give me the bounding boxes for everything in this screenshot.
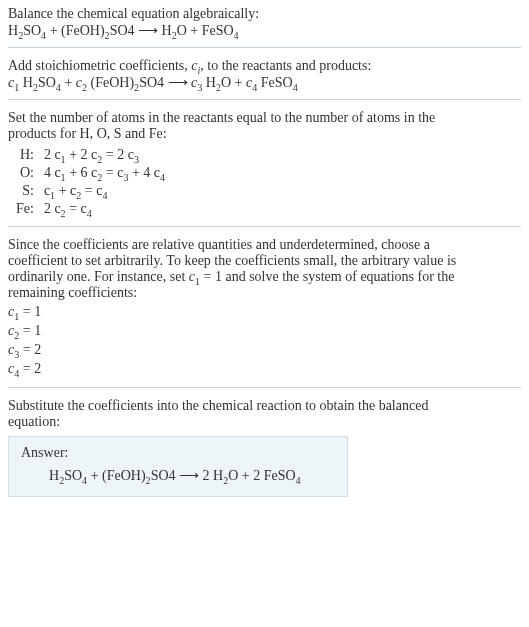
h2o: H bbox=[202, 75, 216, 90]
v: = 2 bbox=[19, 342, 41, 357]
t: ordinarily one. For instance, set bbox=[8, 269, 189, 284]
s: 4 bbox=[160, 172, 165, 183]
o-plus: O + bbox=[221, 75, 246, 90]
el-label: H: bbox=[12, 146, 40, 164]
t: = c bbox=[102, 165, 123, 180]
subst-l1: Substitute the coefficients into the che… bbox=[8, 398, 521, 414]
f-h: H bbox=[8, 23, 18, 38]
t: + c bbox=[55, 183, 76, 198]
t: = 2 c bbox=[102, 147, 134, 162]
divider bbox=[8, 387, 521, 388]
list-item: c4 = 2 bbox=[8, 360, 521, 379]
t: + 4 c bbox=[128, 165, 160, 180]
add-coeff-text: Add stoichiometric coefficients, ci, to … bbox=[8, 58, 521, 74]
el-label: Fe: bbox=[12, 200, 40, 218]
intro-line: Balance the chemical equation algebraica… bbox=[8, 6, 521, 22]
t: + 2 c bbox=[66, 147, 98, 162]
s: 3 bbox=[134, 154, 139, 165]
f-so: SO bbox=[23, 23, 41, 38]
table-row: H: 2 c1 + 2 c2 = 2 c3 bbox=[12, 146, 171, 164]
divider bbox=[8, 47, 521, 48]
feso4: FeSO bbox=[257, 75, 292, 90]
underdet-l2: coefficient to set arbitrarily. To keep … bbox=[8, 253, 521, 269]
so4: SO bbox=[38, 75, 56, 90]
t: 2 c bbox=[44, 201, 61, 216]
s: 4 bbox=[296, 474, 301, 485]
answer-title: Answer: bbox=[21, 445, 335, 461]
subst-l2: equation: bbox=[8, 414, 521, 430]
t: = c bbox=[66, 201, 87, 216]
underdet-l1: Since the coefficients are relative quan… bbox=[8, 237, 521, 253]
table-row: Fe: 2 c2 = c4 bbox=[12, 200, 171, 218]
t: = c bbox=[81, 183, 102, 198]
t: + (FeOH) bbox=[87, 468, 145, 483]
v: = 1 bbox=[19, 323, 41, 338]
f-plus: + (FeOH) bbox=[46, 23, 104, 38]
t: SO4 ⟶ 2 H bbox=[151, 468, 224, 483]
v: = 2 bbox=[19, 361, 41, 376]
list-item: c1 = 1 bbox=[8, 303, 521, 322]
underdet-l4: remaining coefficients: bbox=[8, 285, 521, 301]
list-item: c3 = 2 bbox=[8, 341, 521, 360]
so4-arrow: SO4 ⟶ bbox=[139, 75, 191, 90]
list-item: c2 = 1 bbox=[8, 322, 521, 341]
f-h2o-feso: O + FeSO bbox=[177, 23, 234, 38]
intro-reaction: H2SO4 + (FeOH)2SO4 ⟶ H2O + FeSO4 bbox=[8, 22, 521, 39]
feso4s: 4 bbox=[293, 82, 298, 93]
eq-cell: 2 c1 + 2 c2 = 2 c3 bbox=[40, 146, 171, 164]
t: 2 c bbox=[44, 147, 61, 162]
t: H bbox=[49, 468, 59, 483]
t: + 6 c bbox=[66, 165, 98, 180]
el-label: O: bbox=[12, 164, 40, 182]
sub-4b: 4 bbox=[234, 30, 239, 41]
txt-a: Add stoichiometric coefficients, bbox=[8, 58, 191, 73]
feoh: (FeOH) bbox=[87, 75, 134, 90]
table-row: O: 4 c1 + 6 c2 = c3 + 4 c4 bbox=[12, 164, 171, 182]
s: 4 bbox=[102, 190, 107, 201]
t: SO bbox=[64, 468, 82, 483]
solution-list: c1 = 1 c2 = 1 c3 = 2 c4 = 2 bbox=[8, 303, 521, 379]
eq-cell: c1 + c2 = c4 bbox=[40, 182, 171, 200]
txt-b: , to the reactants and products: bbox=[200, 58, 371, 73]
set-atoms-l2: products for H, O, S and Fe: bbox=[8, 126, 521, 142]
underdet-l3: ordinarily one. For instance, set c1 = 1… bbox=[8, 269, 521, 285]
f-so4-arrow: SO4 ⟶ H bbox=[110, 23, 172, 38]
table-row: S: c1 + c2 = c4 bbox=[12, 182, 171, 200]
t: = 1 and solve the system of equations fo… bbox=[200, 269, 454, 284]
atom-equations-table: H: 2 c1 + 2 c2 = 2 c3 O: 4 c1 + 6 c2 = c… bbox=[12, 146, 171, 218]
divider bbox=[8, 226, 521, 227]
s: 4 bbox=[87, 208, 92, 219]
eq-cell: 2 c2 = c4 bbox=[40, 200, 171, 218]
coeff-reaction: c1 H2SO4 + c2 (FeOH)2SO4 ⟶ c3 H2O + c4 F… bbox=[8, 74, 521, 91]
plus: + bbox=[61, 75, 76, 90]
set-atoms-l1: Set the number of atoms in the reactants… bbox=[8, 110, 521, 126]
divider bbox=[8, 99, 521, 100]
answer-box: Answer: H2SO4 + (FeOH)2SO4 ⟶ 2 H2O + 2 F… bbox=[8, 436, 348, 497]
t: 4 c bbox=[44, 165, 61, 180]
v: = 1 bbox=[19, 304, 41, 319]
eq-cell: 4 c1 + 6 c2 = c3 + 4 c4 bbox=[40, 164, 171, 182]
el-label: S: bbox=[12, 182, 40, 200]
answer-equation: H2SO4 + (FeOH)2SO4 ⟶ 2 H2O + 2 FeSO4 bbox=[21, 467, 335, 484]
h: H bbox=[19, 75, 33, 90]
t: O + 2 FeSO bbox=[228, 468, 295, 483]
